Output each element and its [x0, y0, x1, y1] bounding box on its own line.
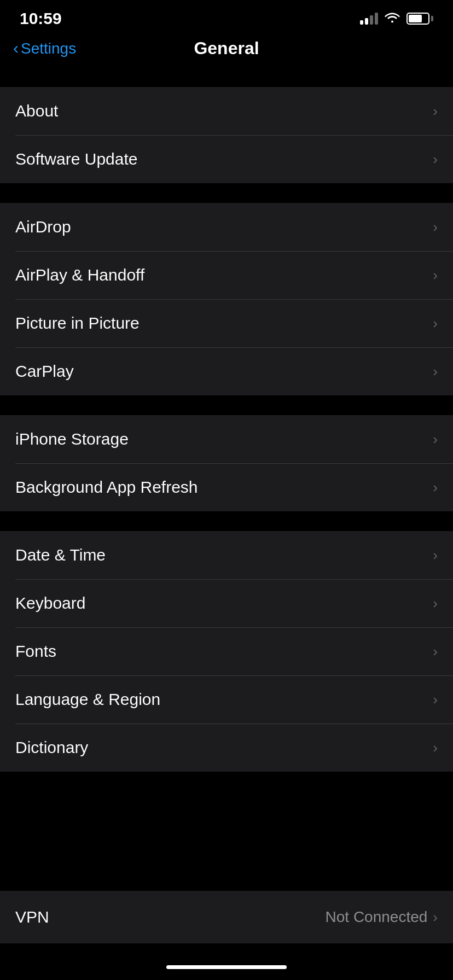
page-title: General — [194, 38, 259, 59]
home-indicator — [0, 956, 453, 976]
battery-icon — [406, 13, 433, 25]
row-label-fonts: Fonts — [15, 642, 56, 661]
status-time: 10:59 — [20, 9, 62, 28]
section-language: Date & Time › Keyboard › Fonts › Languag… — [0, 531, 453, 772]
status-icons — [360, 11, 433, 26]
row-iphone-storage[interactable]: iPhone Storage › — [0, 415, 453, 463]
chevron-fonts-icon: › — [433, 644, 438, 658]
back-label: Settings — [21, 40, 76, 57]
row-airdrop[interactable]: AirDrop › — [0, 203, 453, 251]
vpn-status: Not Connected — [326, 908, 428, 926]
row-label-dictionary: Dictionary — [15, 738, 88, 757]
back-chevron-icon: ‹ — [13, 40, 19, 56]
row-date-time[interactable]: Date & Time › — [0, 531, 453, 579]
row-label-about: About — [15, 102, 58, 120]
row-background-app-refresh[interactable]: Background App Refresh › — [0, 463, 453, 511]
row-vpn[interactable]: VPN Not Connected › — [0, 891, 453, 943]
row-right-airplay-handoff: › — [433, 268, 438, 282]
row-right-vpn: Not Connected › — [326, 908, 438, 926]
chevron-carplay-icon: › — [433, 364, 438, 378]
row-keyboard[interactable]: Keyboard › — [0, 579, 453, 627]
row-right-airdrop: › — [433, 220, 438, 234]
chevron-vpn-icon: › — [433, 910, 438, 924]
section-connectivity: AirDrop › AirPlay & Handoff › Picture in… — [0, 203, 453, 395]
wifi-icon — [385, 11, 400, 26]
row-language-region[interactable]: Language & Region › — [0, 675, 453, 724]
row-right-about: › — [433, 104, 438, 118]
row-right-language-region: › — [433, 692, 438, 707]
status-bar: 10:59 — [0, 0, 453, 33]
row-right-keyboard: › — [433, 596, 438, 610]
chevron-iphone-storage-icon: › — [433, 432, 438, 446]
chevron-background-app-refresh-icon: › — [433, 480, 438, 494]
section-gap-4 — [0, 511, 453, 531]
row-about[interactable]: About › — [0, 87, 453, 135]
bottom-spacer — [0, 943, 453, 956]
row-right-background-app-refresh: › — [433, 480, 438, 494]
row-picture-in-picture[interactable]: Picture in Picture › — [0, 299, 453, 347]
chevron-keyboard-icon: › — [433, 596, 438, 610]
row-label-date-time: Date & Time — [15, 546, 106, 564]
row-right-date-time: › — [433, 548, 438, 562]
bottom-area: VPN Not Connected › — [0, 871, 453, 980]
row-right-picture-in-picture: › — [433, 316, 438, 330]
chevron-airplay-handoff-icon: › — [433, 268, 438, 282]
chevron-airdrop-icon: › — [433, 220, 438, 234]
row-software-update[interactable]: Software Update › — [0, 135, 453, 183]
section-storage: iPhone Storage › Background App Refresh … — [0, 415, 453, 511]
row-label-keyboard: Keyboard — [15, 594, 85, 612]
section-general-1: About › Software Update › — [0, 87, 453, 183]
chevron-dictionary-icon: › — [433, 740, 438, 755]
row-right-carplay: › — [433, 364, 438, 378]
chevron-software-update-icon: › — [433, 152, 438, 166]
row-carplay[interactable]: CarPlay › — [0, 347, 453, 395]
row-right-fonts: › — [433, 644, 438, 658]
signal-strength-icon — [360, 13, 378, 25]
section-gap-2 — [0, 183, 453, 203]
chevron-picture-in-picture-icon: › — [433, 316, 438, 330]
row-label-background-app-refresh: Background App Refresh — [15, 478, 198, 497]
row-label-carplay: CarPlay — [15, 362, 74, 381]
row-label-vpn: VPN — [15, 908, 49, 926]
row-airplay-handoff[interactable]: AirPlay & Handoff › — [0, 251, 453, 299]
row-label-airdrop: AirDrop — [15, 218, 71, 236]
chevron-about-icon: › — [433, 104, 438, 118]
row-dictionary[interactable]: Dictionary › — [0, 724, 453, 772]
row-label-picture-in-picture: Picture in Picture — [15, 314, 140, 332]
section-gap-5 — [0, 871, 453, 891]
section-vpn: VPN Not Connected › — [0, 891, 453, 943]
row-label-airplay-handoff: AirPlay & Handoff — [15, 266, 144, 284]
section-gap-3 — [0, 395, 453, 415]
row-right-dictionary: › — [433, 740, 438, 755]
row-label-iphone-storage: iPhone Storage — [15, 430, 129, 448]
chevron-date-time-icon: › — [433, 548, 438, 562]
row-right-software-update: › — [433, 152, 438, 166]
section-gap-1 — [0, 67, 453, 87]
row-label-software-update: Software Update — [15, 150, 137, 168]
nav-bar: ‹ Settings General — [0, 33, 453, 67]
row-right-iphone-storage: › — [433, 432, 438, 446]
row-fonts[interactable]: Fonts › — [0, 627, 453, 675]
home-bar — [166, 965, 287, 969]
back-button[interactable]: ‹ Settings — [13, 40, 76, 57]
chevron-language-region-icon: › — [433, 692, 438, 707]
row-label-language-region: Language & Region — [15, 690, 160, 709]
